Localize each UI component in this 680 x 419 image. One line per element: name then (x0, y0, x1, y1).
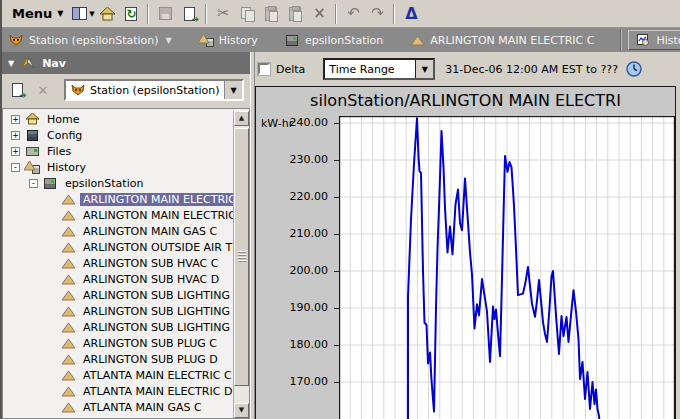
nav-root-combobox-value: Station (epsilonStation) (90, 84, 220, 97)
collapse-arrow-icon[interactable]: ▼ (8, 59, 14, 68)
tree-item[interactable]: ARLINGTON SUB LIGHTING C (3, 287, 233, 303)
history-chart: silonStation/ARLINGTON MAIN ELECTRI kW-h… (255, 86, 676, 419)
home-button[interactable] (95, 3, 119, 25)
tree-item[interactable]: ARLINGTON MAIN GAS C (3, 223, 233, 239)
view-selector-button[interactable]: History Chart ▼ (628, 30, 680, 50)
plot-area[interactable] (339, 116, 675, 419)
collapse-icon[interactable]: - (11, 163, 20, 172)
tree-item[interactable]: ARLINGTON SUB HVAC D (3, 271, 233, 287)
delta-tool-button[interactable]: Δ (399, 3, 423, 25)
paste-special-button[interactable] (283, 3, 307, 25)
time-range-text: 31-Dec-06 12:00 AM EST to ??? (445, 63, 618, 76)
scroll-up-button[interactable]: ▲ (234, 111, 249, 126)
paste-button[interactable] (259, 3, 283, 25)
copy-button[interactable] (235, 3, 259, 25)
nav-tree: +Home+Config+Files-History-epsilonStatio… (3, 111, 233, 418)
breadcrumb-item-1[interactable]: Station (epsilonStation)▼ (8, 33, 172, 47)
new-page-icon (12, 83, 23, 97)
tree-item[interactable]: ARLINGTON SUB PLUG C (3, 335, 233, 351)
tree-item-label: ATLANTA MAIN GAS C (80, 401, 205, 414)
y-axis-tick-label: 230.00 (270, 153, 328, 166)
nav-pane-header[interactable]: ▼ Nav (2, 52, 250, 74)
history-item-icon (60, 384, 76, 398)
tree-item-label: ARLINGTON MAIN ELECTRIC D (80, 209, 233, 222)
tree-item[interactable]: ATLANTA MAIN GAS C (3, 399, 233, 415)
history-icon (24, 160, 40, 174)
tree-item-label: Config (44, 129, 85, 142)
breadcrumb-item-label: epsilonStation (305, 34, 383, 47)
breadcrumb-item-3[interactable]: epsilonStation (284, 33, 383, 47)
breadcrumb-item-4[interactable]: ARLINGTON MAIN ELECTRIC C (409, 33, 594, 47)
y-axis-tick-label: 170.00 (270, 375, 328, 388)
tree-item[interactable]: ARLINGTON MAIN ELECTRIC C (3, 191, 233, 207)
new-item-button[interactable] (6, 80, 28, 100)
toolbar-separator (205, 4, 207, 24)
tree-item-label: ARLINGTON SUB PLUG D (80, 353, 221, 366)
scroll-down-button[interactable]: ▼ (234, 403, 249, 418)
tree-item-label: ARLINGTON SUB PLUG C (80, 337, 220, 350)
history-item-icon (60, 256, 76, 270)
tree-item[interactable]: -History (3, 159, 233, 175)
tree-item[interactable]: +Home (3, 111, 233, 127)
nav-tree-scrollbar[interactable]: ▲ ▼ (233, 111, 249, 418)
tree-item-label: ARLINGTON SUB HVAC D (80, 273, 222, 286)
clock-icon[interactable] (626, 61, 642, 77)
scrollbar-grip (238, 251, 246, 263)
chart-controls: Delta Time Range ▼ 31-Dec-06 12:00 AM ES… (255, 52, 680, 86)
combobox-dropdown-button[interactable]: ▼ (415, 60, 433, 78)
export-button[interactable] (177, 3, 201, 25)
tree-item-label: ARLINGTON MAIN GAS C (80, 225, 220, 238)
tree-item[interactable]: ARLINGTON MAIN ELECTRIC D (3, 207, 233, 223)
tree-item[interactable]: +Config (3, 127, 233, 143)
tree-item[interactable]: ATLANTA MAIN ELECTRIC C (3, 367, 233, 383)
breadcrumb-item-label: Station (epsilonStation) (29, 34, 159, 47)
time-range-combobox[interactable]: Time Range ▼ (323, 58, 435, 80)
tree-item-label: ARLINGTON SUB HVAC C (80, 257, 221, 270)
refresh-button[interactable] (119, 3, 143, 25)
breadcrumb-item-label: ARLINGTON MAIN ELECTRIC C (430, 34, 594, 47)
delete-button[interactable]: × (307, 3, 331, 25)
toolbar-separator (393, 4, 395, 24)
collapse-icon[interactable]: - (29, 179, 38, 188)
config-icon (24, 128, 40, 142)
view-separator (620, 29, 622, 51)
tree-item-label: ATLANTA MAIN ELECTRIC C (80, 369, 233, 382)
tree-item[interactable]: ARLINGTON SUB HVAC C (3, 255, 233, 271)
nav-tree-container: +Home+Config+Files-History-epsilonStatio… (2, 108, 250, 419)
tree-item[interactable]: ARLINGTON SUB PLUG D (3, 351, 233, 367)
tree-item[interactable]: +Files (3, 143, 233, 159)
delta-checkbox[interactable] (258, 63, 270, 75)
expand-icon[interactable]: + (11, 115, 20, 124)
menu-button[interactable]: Menu ▼ (6, 4, 69, 23)
history-item-icon (60, 272, 76, 286)
tree-item[interactable]: ARLINGTON OUTSIDE AIR TEMP (3, 239, 233, 255)
save-button[interactable] (153, 3, 177, 25)
history-icon (198, 33, 214, 47)
scrollbar-thumb[interactable] (234, 128, 249, 386)
nav-root-combobox[interactable]: Station (epsilonStation) ▼ (64, 79, 244, 101)
history-item-icon (60, 320, 76, 334)
y-axis-tick-label: 200.00 (270, 264, 328, 277)
menu-button-label: Menu (12, 6, 52, 21)
history-item-icon (60, 208, 76, 222)
redo-button[interactable]: ↷ (365, 3, 389, 25)
breadcrumb-item-label: History (219, 34, 258, 47)
side-bar-toggle[interactable]: ▼ (71, 3, 95, 25)
remove-item-button[interactable]: ✕ (32, 80, 54, 100)
tree-item[interactable]: ATLANTA MAIN ELECTRIC D (3, 383, 233, 399)
tree-item-label: ARLINGTON SUB LIGHTING C (80, 289, 233, 302)
y-axis-tick-label: 240.00 (270, 116, 328, 129)
tree-item[interactable]: ARLINGTON SUB LIGHTING D (3, 303, 233, 319)
tree-item[interactable]: -epsilonStation (3, 175, 233, 191)
history-item-icon (60, 304, 76, 318)
breadcrumb-item-2[interactable]: History (198, 33, 258, 47)
cut-button[interactable]: ✂ (211, 3, 235, 25)
undo-button[interactable]: ↶ (341, 3, 365, 25)
expand-icon[interactable]: + (11, 131, 20, 140)
combobox-dropdown-button[interactable]: ▼ (224, 81, 242, 99)
y-axis-tick-label: 220.00 (270, 190, 328, 203)
nav-pane: ▼ Nav ✕ Station (epsilonStation) ▼ +Home… (2, 52, 250, 419)
expand-icon[interactable]: + (11, 147, 20, 156)
tree-item[interactable]: ARLINGTON SUB LIGHTING RUNT (3, 319, 233, 335)
chart-pane: Delta Time Range ▼ 31-Dec-06 12:00 AM ES… (255, 52, 680, 419)
